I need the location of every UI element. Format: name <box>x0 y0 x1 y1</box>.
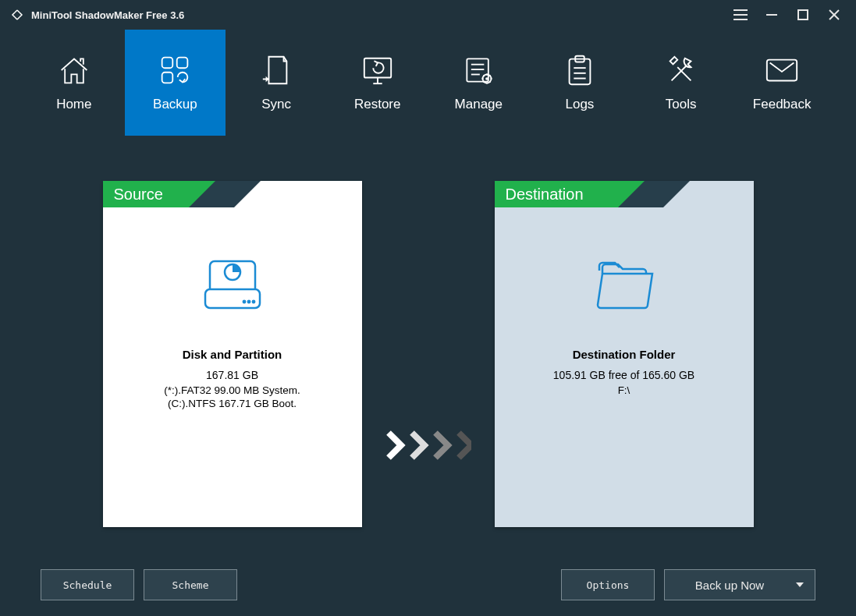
svg-rect-19 <box>570 59 591 85</box>
dropdown-caret-icon <box>796 582 804 587</box>
backup-now-button[interactable]: Back up Now <box>664 569 815 600</box>
source-tab-header: Source <box>103 181 362 207</box>
svg-rect-9 <box>162 73 173 83</box>
destination-tab-header: Destination <box>495 181 754 207</box>
nav-label: Manage <box>455 97 503 112</box>
destination-path: F:\ <box>618 384 630 396</box>
svg-rect-4 <box>798 10 808 19</box>
menu-icon[interactable] <box>725 2 756 27</box>
svg-rect-24 <box>767 60 797 81</box>
nav-label: Sync <box>261 97 291 112</box>
destination-panel[interactable]: Destination Destination Folder 105.91 GB… <box>495 181 754 527</box>
source-panel-body[interactable]: Disk and Partition 167.81 GB (*:).FAT32 … <box>103 207 362 527</box>
nav-label: Feedback <box>753 97 812 112</box>
nav-logs[interactable]: Logs <box>529 30 630 136</box>
tools-icon <box>664 53 698 87</box>
source-size: 167.81 GB <box>206 369 258 381</box>
backup-content: Source Disk and Partition 167.81 GB (*:)… <box>0 136 856 554</box>
scheme-button[interactable]: Scheme <box>144 569 237 600</box>
source-title: Disk and Partition <box>183 348 282 361</box>
svg-point-27 <box>243 301 244 303</box>
source-detail-2: (C:).NTFS 167.71 GB Boot. <box>168 398 297 409</box>
nav-backup[interactable]: Backup <box>125 30 226 136</box>
nav-tools[interactable]: Tools <box>630 30 732 136</box>
minimize-button[interactable] <box>756 2 787 27</box>
svg-point-26 <box>247 301 249 303</box>
backup-icon <box>158 53 192 87</box>
app-logo-icon <box>9 7 25 23</box>
destination-tab-label: Destination <box>495 181 618 207</box>
destination-panel-body[interactable]: Destination Folder 105.91 GB free of 165… <box>495 207 754 527</box>
destination-title: Destination Folder <box>573 348 676 361</box>
svg-point-18 <box>485 77 488 80</box>
source-tab-label: Source <box>103 181 189 207</box>
svg-rect-25 <box>205 289 260 308</box>
nav-label: Backup <box>153 97 197 112</box>
nav-restore[interactable]: Restore <box>327 30 428 136</box>
sync-icon <box>261 53 292 87</box>
close-button[interactable] <box>819 2 850 27</box>
home-icon <box>57 53 91 87</box>
main-nav: Home Backup Sync <box>0 30 856 136</box>
backup-now-label: Back up Now <box>695 579 764 592</box>
bottom-bar: Schedule Scheme Options Back up Now <box>0 554 856 616</box>
app-title: MiniTool ShadowMaker Free 3.6 <box>31 9 184 21</box>
source-detail-1: (*:).FAT32 99.00 MB System. <box>164 384 300 396</box>
destination-free: 105.91 GB free of 165.60 GB <box>553 369 694 381</box>
titlebar: MiniTool ShadowMaker Free 3.6 <box>0 0 856 30</box>
nav-manage[interactable]: Manage <box>428 30 530 136</box>
nav-label: Tools <box>666 97 697 112</box>
svg-rect-7 <box>162 58 173 69</box>
nav-label: Logs <box>566 97 595 112</box>
svg-rect-10 <box>364 58 391 78</box>
svg-point-28 <box>252 301 254 303</box>
maximize-button[interactable] <box>787 2 819 27</box>
svg-rect-8 <box>177 58 188 69</box>
arrow-icon <box>385 430 471 461</box>
source-panel[interactable]: Source Disk and Partition 167.81 GB (*:)… <box>103 181 362 527</box>
feedback-icon <box>764 53 800 87</box>
nav-feedback[interactable]: Feedback <box>731 30 833 136</box>
disk-icon <box>199 253 266 317</box>
folder-icon <box>591 253 657 317</box>
schedule-button[interactable]: Schedule <box>41 569 134 600</box>
nav-sync[interactable]: Sync <box>226 30 327 136</box>
nav-home[interactable]: Home <box>23 30 125 136</box>
logs-icon <box>564 53 595 87</box>
manage-icon <box>461 53 495 87</box>
nav-label: Restore <box>354 97 401 112</box>
restore-icon <box>360 53 396 87</box>
nav-label: Home <box>56 97 91 112</box>
options-button[interactable]: Options <box>561 569 655 600</box>
